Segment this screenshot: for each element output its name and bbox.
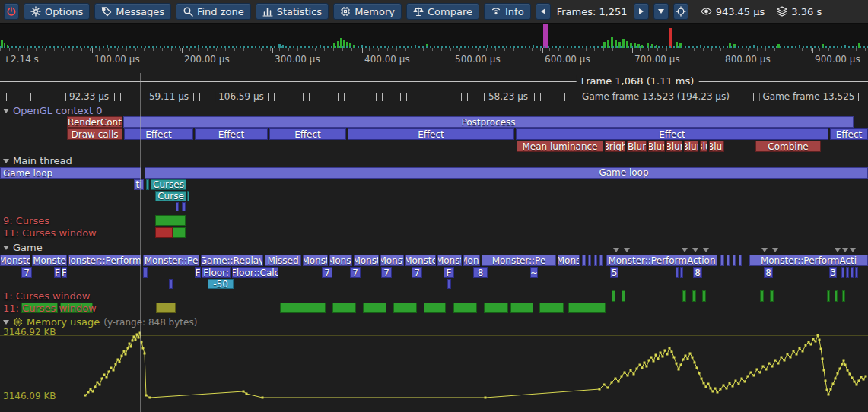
- section-title: Main thread: [13, 155, 72, 166]
- collapse-icon: [3, 159, 9, 163]
- section-header[interactable]: Game: [3, 242, 43, 253]
- subframe-label[interactable]: 92.33 μs: [66, 91, 112, 102]
- subframe-label[interactable]: 59.11 μs: [146, 91, 192, 102]
- timeline-view: +2.14 s100.00 μs200.00 μs300.00 μs400.00…: [0, 0, 868, 412]
- section-title: Memory usage: [27, 316, 100, 328]
- section-header[interactable]: Memory usage(y-range: 848 bytes): [3, 316, 197, 328]
- plot-label[interactable]: 9: Curses: [3, 215, 49, 227]
- subframe-label[interactable]: 106.59 μs: [215, 91, 267, 102]
- collapse-icon: [3, 246, 9, 250]
- collapse-icon: [3, 109, 9, 113]
- memory-min-label: 3146.09 KB: [3, 391, 56, 401]
- section-header[interactable]: Main thread: [3, 155, 72, 166]
- view-cursor-line: [140, 73, 141, 412]
- memory-chip-icon: [13, 317, 23, 327]
- memory-max-label: 3146.92 KB: [3, 327, 56, 338]
- section-title: Game: [13, 242, 43, 253]
- subframe-label[interactable]: 58.23 μs: [485, 91, 531, 102]
- section-title-suffix: (y-range: 848 bytes): [103, 317, 197, 328]
- plot-label[interactable]: 1: Curses window: [3, 290, 90, 302]
- frame-label[interactable]: Frame 1,068 (1.11 ms): [577, 75, 699, 87]
- plot-label[interactable]: 11: Curses window: [3, 303, 97, 314]
- section-header[interactable]: OpenGL context 0: [3, 105, 103, 116]
- section-title: OpenGL context 0: [13, 105, 103, 116]
- plot-label[interactable]: 11: Curses window: [3, 227, 97, 239]
- memory-chip-icon-wrap: [13, 317, 23, 327]
- collapse-icon: [3, 320, 9, 325]
- tracy-profiler-window: Options Messages Find zone Statistics: [0, 0, 868, 412]
- subframe-label[interactable]: Game frame 13,523 (194.23 μs): [579, 91, 733, 102]
- memory-usage-graph[interactable]: [0, 0, 868, 412]
- subframe-label[interactable]: Game frame 13,525: [760, 91, 858, 102]
